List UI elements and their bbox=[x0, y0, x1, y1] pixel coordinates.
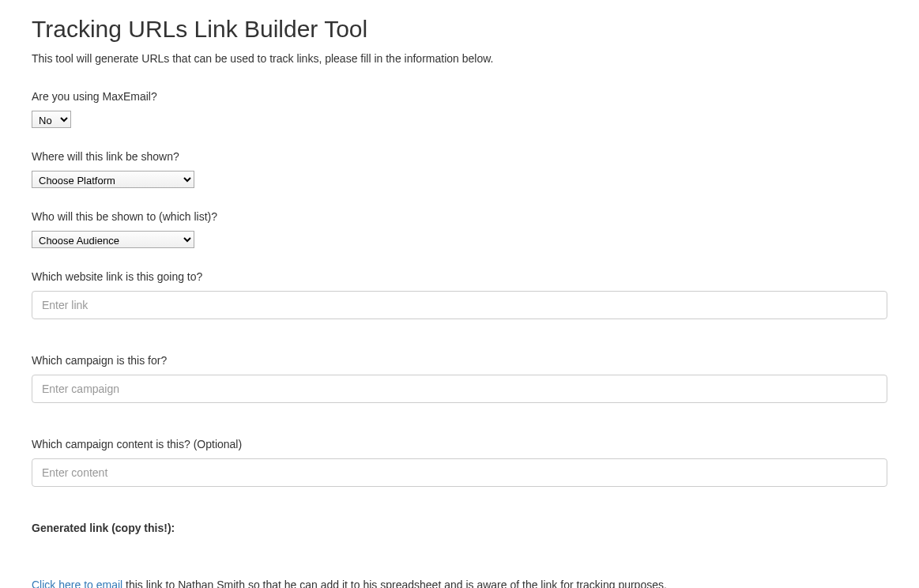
audience-label: Who will this be shown to (which list)? bbox=[32, 210, 887, 223]
content-label: Which campaign content is this? (Optiona… bbox=[32, 438, 887, 450]
email-instruction: Click here to email this link to Nathan … bbox=[32, 579, 887, 588]
email-link[interactable]: Click here to email bbox=[32, 579, 122, 588]
maxemail-label: Are you using MaxEmail? bbox=[32, 90, 887, 103]
link-label: Which website link is this going to? bbox=[32, 270, 887, 283]
page-title: Tracking URLs Link Builder Tool bbox=[32, 16, 887, 43]
maxemail-select[interactable]: No bbox=[32, 111, 71, 128]
link-input[interactable] bbox=[32, 291, 887, 319]
campaign-label: Which campaign is this for? bbox=[32, 354, 887, 367]
campaign-input[interactable] bbox=[32, 375, 887, 403]
content-input[interactable] bbox=[32, 458, 887, 487]
page-subtitle: This tool will generate URLs that can be… bbox=[32, 52, 887, 65]
platform-select[interactable]: Choose Platform bbox=[32, 171, 194, 188]
email-rest-text: this link to Nathan Smith so that he can… bbox=[122, 579, 667, 588]
platform-label: Where will this link be shown? bbox=[32, 150, 887, 163]
generated-link-label: Generated link (copy this!): bbox=[32, 522, 887, 534]
audience-select[interactable]: Choose Audience bbox=[32, 231, 194, 248]
